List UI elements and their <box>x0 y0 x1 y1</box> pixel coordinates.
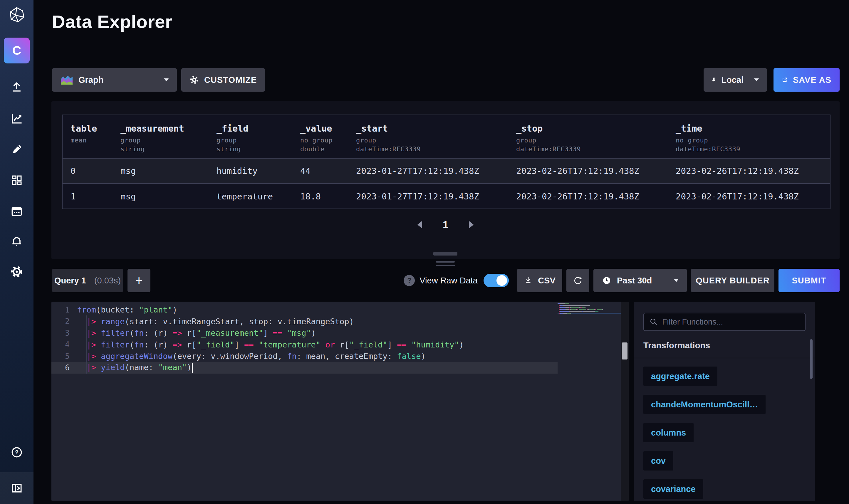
minimap-line <box>558 311 621 312</box>
area-chart-icon <box>60 75 73 85</box>
minimap-line <box>558 313 621 314</box>
local-dropdown[interactable]: Local <box>704 68 767 92</box>
functions-scrollbar-thumb[interactable] <box>810 339 813 379</box>
table-cell: 2023-02-26T17:12:19.438Z <box>508 184 668 209</box>
code-line[interactable]: 6 |> yield(name: "mean") <box>51 362 558 374</box>
table-cell: 44 <box>292 159 348 183</box>
refresh-button[interactable] <box>566 269 589 292</box>
gear-icon <box>189 75 199 85</box>
minimap-line <box>558 309 621 310</box>
pencil-icon <box>10 143 23 156</box>
table-cell: 2023-01-27T17:12:19.438Z <box>348 159 508 183</box>
panel-resize-handle[interactable] <box>436 261 455 268</box>
line-number: 1 <box>51 305 70 314</box>
refresh-icon <box>573 276 582 285</box>
previous-page-button[interactable] <box>417 221 422 229</box>
functions-panel: Transformations aggregate.ratechandeMome… <box>634 302 815 501</box>
code-line[interactable]: 3 |> filter(fn: (r) => r["_measurement"]… <box>51 327 558 339</box>
table-row: 1msgtemperature18.82023-01-27T17:12:19.4… <box>62 184 830 209</box>
table-column-header: _timeno groupdateTime:RFC3339 <box>668 115 830 158</box>
add-query-button[interactable]: + <box>127 269 150 292</box>
download-icon <box>524 276 532 285</box>
customize-button[interactable]: CUSTOMIZE <box>181 68 265 92</box>
editor-scrollbar-thumb[interactable] <box>622 342 628 360</box>
dashboards-icon <box>10 174 23 187</box>
editor-scrollbar-track <box>621 302 629 501</box>
sidebar-item-dashboards[interactable] <box>10 174 23 187</box>
visualization-controls: Graph CUSTOMIZE Local <box>52 68 839 92</box>
submit-button[interactable]: SUBMIT <box>778 269 839 292</box>
clock-icon <box>602 275 612 286</box>
table-cell: 2023-02-26T17:12:19.438Z <box>668 184 830 209</box>
query-toolbar: Query 1(0.03s) + ? View Raw Data CSV Pas… <box>52 269 839 292</box>
chevron-down-icon <box>674 279 679 282</box>
current-page: 1 <box>443 219 448 230</box>
query-duration: (0.03s) <box>94 276 121 286</box>
function-chip[interactable]: cov <box>643 451 673 470</box>
sidebar-item-settings[interactable] <box>10 265 23 278</box>
view-type-label: Graph <box>78 75 103 85</box>
next-page-button[interactable] <box>469 221 473 229</box>
minimap-line <box>558 305 621 306</box>
org-avatar[interactable]: C <box>4 38 30 64</box>
line-number: 5 <box>51 352 70 361</box>
function-chip[interactable]: aggregate.rate <box>643 366 717 386</box>
time-range-dropdown[interactable]: Past 30d <box>593 269 687 292</box>
search-input[interactable] <box>662 318 800 327</box>
view-raw-data-toggle[interactable] <box>484 274 509 287</box>
export-icon <box>782 75 788 84</box>
indent-guide <box>86 316 87 374</box>
search-icon <box>649 318 658 326</box>
expand-panel-icon <box>10 482 23 494</box>
table-column-header: _startgroupdateTime:RFC3339 <box>348 115 508 158</box>
sidebar-item-tasks[interactable] <box>10 205 23 218</box>
function-chip[interactable]: chandeMomentumOscill… <box>643 395 765 414</box>
table-cell: temperature <box>209 184 292 209</box>
table-cell: msg <box>112 159 209 183</box>
line-chart-icon <box>10 112 23 125</box>
script-editor-section: 1from(bucket: "plant")2 |> range(start: … <box>0 302 849 501</box>
code-line[interactable]: 5 |> aggregateWindow(every: v.windowPeri… <box>51 350 558 362</box>
flux-code-editor[interactable]: 1from(bucket: "plant")2 |> range(start: … <box>51 302 629 501</box>
csv-download-button[interactable]: CSV <box>517 269 562 292</box>
svg-text:?: ? <box>15 449 18 455</box>
table-cell: 0 <box>62 159 112 183</box>
save-as-button[interactable]: SAVE AS <box>774 68 839 92</box>
editor-minimap[interactable] <box>558 303 621 315</box>
sidebar-item-load-data[interactable] <box>10 81 23 94</box>
horizontal-scrollbar[interactable] <box>433 252 457 255</box>
raw-data-help-icon[interactable]: ? <box>404 275 415 286</box>
sidebar: C <box>0 0 34 504</box>
chevron-down-icon <box>754 78 759 82</box>
query-tab[interactable]: Query 1(0.03s) <box>52 269 123 292</box>
question-circle-icon: ? <box>10 446 23 459</box>
table-cell: 18.8 <box>292 184 348 209</box>
divider <box>634 358 815 358</box>
calendar-icon <box>10 205 23 218</box>
table-column-header: tablemean <box>62 115 112 158</box>
code-line[interactable]: 1from(bucket: "plant") <box>51 304 558 316</box>
sidebar-item-data-explorer[interactable] <box>10 112 23 125</box>
gear-icon <box>10 265 23 278</box>
function-chip[interactable]: columns <box>643 423 693 442</box>
line-number: 3 <box>51 329 70 338</box>
influxdb-logo-icon[interactable] <box>8 6 25 23</box>
sidebar-item-alerts[interactable] <box>10 235 23 248</box>
toggle-knob <box>496 275 507 286</box>
view-type-dropdown[interactable]: Graph <box>52 68 177 92</box>
filter-functions-search[interactable] <box>643 313 806 331</box>
code-line[interactable]: 4 |> filter(fn: (r) => r["_field"] == "t… <box>51 339 558 351</box>
bell-icon <box>10 235 23 248</box>
table-row: 0msghumidity442023-01-27T17:12:19.438Z20… <box>62 159 830 184</box>
query-builder-button[interactable]: QUERY BUILDER <box>691 269 774 292</box>
pin-icon <box>712 75 716 84</box>
line-number: 6 <box>51 363 70 372</box>
table-cell: humidity <box>209 159 292 183</box>
code-line[interactable]: 2 |> range(start: v.timeRangeStart, stop… <box>51 316 558 327</box>
function-chip[interactable]: covariance <box>643 479 703 499</box>
text-cursor <box>192 363 193 373</box>
table-column-header: _stopgroupdateTime:RFC3339 <box>508 115 668 158</box>
sidebar-item-notebooks[interactable] <box>10 143 23 156</box>
sidebar-item-help[interactable]: ? <box>10 446 23 459</box>
expand-nav-button[interactable] <box>10 482 23 494</box>
